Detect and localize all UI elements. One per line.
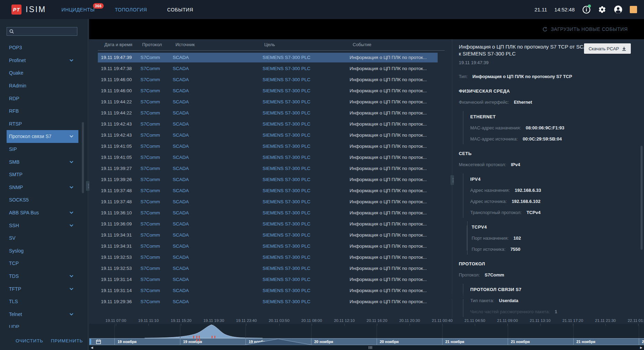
- table-row[interactable]: 19.11 19:39:26S7CommSCADASIEMENS S7-300 …: [89, 175, 451, 186]
- sidebar-item-rfb[interactable]: RFB: [7, 105, 78, 118]
- sidebar-item-snmp[interactable]: SNMP: [7, 181, 78, 194]
- sidebar-item-tcp[interactable]: TCP: [7, 257, 78, 270]
- col-header-protocol[interactable]: Протокол: [142, 42, 162, 47]
- timeline-tick-label: 20.11 03:50: [269, 318, 290, 323]
- sidebar-item-rtsp[interactable]: RTSP: [7, 118, 78, 130]
- sidebar-item-tls[interactable]: TLS: [7, 295, 78, 308]
- table-row[interactable]: 19.11 19:37:48S7CommSCADASIEMENS S7-300 …: [89, 197, 451, 208]
- col-header-target[interactable]: Цель: [264, 42, 275, 47]
- histogram-tick: [606, 324, 606, 326]
- sidebar-item-smtp[interactable]: SMTP: [7, 168, 78, 181]
- table-row[interactable]: 19.11 19:39:27S7CommSCADASIEMENS S7-300 …: [89, 164, 451, 175]
- app-tile-icon[interactable]: [630, 6, 637, 13]
- cell-datetime: 19.11 19:46:00: [101, 77, 132, 82]
- detail-scrollbar[interactable]: [641, 146, 643, 250]
- table-row[interactable]: 19.11 19:41:05S7CommSCADASIEMENS S7-300 …: [89, 142, 451, 153]
- table-row[interactable]: 19.11 19:31:14S7CommSCADASIEMENS S7-300 …: [89, 286, 451, 297]
- panel-resize-handle[interactable]: ⋮: [450, 175, 454, 185]
- table-row[interactable]: 19.11 19:42:43S7CommSCADASIEMENS S7-300 …: [89, 119, 451, 130]
- sidebar-item-socks5[interactable]: SOCKS5: [7, 194, 78, 206]
- search-input[interactable]: [16, 28, 73, 34]
- table-row[interactable]: 19.11 19:36:10S7CommSCADASIEMENS S7-300 …: [89, 208, 451, 219]
- table-row[interactable]: 19.11 19:44:22S7CommSCADASIEMENS S7-300 …: [89, 108, 451, 119]
- table-row[interactable]: 19.11 19:31:14S7CommSCADASIEMENS S7-300 …: [89, 275, 451, 286]
- col-header-event[interactable]: Событие: [353, 42, 371, 47]
- sidebar-item-smb[interactable]: SMB: [7, 155, 78, 168]
- horizontal-scrollbar[interactable]: ◀ ▶: [89, 345, 644, 350]
- tab-topology[interactable]: ТОПОЛОГИЯ: [115, 7, 147, 12]
- scroll-right-icon[interactable]: ▶: [638, 346, 644, 349]
- timeline-date-band[interactable]: 19 ноября19 ноября19 ноября20 ноября20 н…: [89, 338, 644, 345]
- sidebar-item-syslog[interactable]: Syslog: [7, 245, 78, 257]
- sidebar-item-sip[interactable]: SIP: [7, 143, 78, 156]
- table-row[interactable]: 19.11 19:36:09S7CommSCADASIEMENS S7-300 …: [89, 219, 451, 230]
- sidebar-item-udp[interactable]: UDP: [7, 321, 78, 328]
- col-header-datetime[interactable]: Дата и время: [104, 42, 132, 47]
- info-icon[interactable]: [582, 5, 591, 14]
- table-row[interactable]: 19.11 19:47:39S7CommSCADASIEMENS S7-300 …: [89, 53, 451, 64]
- sidebar-item-profinet[interactable]: Profinet: [7, 54, 78, 67]
- scrollbar-grip[interactable]: [369, 346, 372, 349]
- sidebar-item-telnet[interactable]: Telnet: [7, 308, 78, 321]
- sidebar-search[interactable]: [7, 27, 77, 36]
- sidebar-item-ssh[interactable]: SSH: [7, 219, 78, 232]
- cell-protocol: S7Comm: [140, 244, 160, 249]
- section-title: ПРОТОКОЛ: [459, 258, 636, 269]
- sidebar-item-abb-spa-bus[interactable]: ABB SPA Bus: [7, 206, 78, 219]
- sidebar-item-tds[interactable]: TDS: [7, 270, 78, 283]
- table-row[interactable]: 19.11 19:44:22S7CommSCADASIEMENS S7-300 …: [89, 97, 451, 108]
- sidebar-item-sv[interactable]: SV: [7, 232, 78, 245]
- sidebar-scrollbar[interactable]: [82, 122, 84, 193]
- sidebar-item-radmin[interactable]: RAdmin: [7, 79, 78, 92]
- scroll-left-icon[interactable]: ◀: [89, 346, 95, 349]
- pt-logo-icon[interactable]: PT: [11, 5, 22, 15]
- sidebar-item-tftp[interactable]: TFTP: [7, 282, 78, 295]
- toolbar-strip: ЗАГРУЗИТЬ НОВЫЕ СОБЫТИЯ: [89, 19, 644, 39]
- table-row[interactable]: 19.11 19:42:43S7CommSCADASIEMENS S7-300 …: [89, 130, 451, 142]
- table-row[interactable]: 19.11 19:32:53S7CommSCADASIEMENS S7-300 …: [89, 253, 451, 264]
- sidebar-item-label: Протокол связи S7: [9, 134, 51, 139]
- day-segment[interactable]: 21 ноября: [442, 339, 508, 345]
- load-new-events-button[interactable]: ЗАГРУЗИТЬ НОВЫЕ СОБЫТИЯ: [542, 19, 628, 39]
- table-row[interactable]: 19.11 19:29:36S7CommSCADASIEMENS S7-300 …: [89, 297, 451, 308]
- sidebar-item-pop3[interactable]: POP3: [7, 41, 78, 54]
- tab-incidents[interactable]: ИНЦИДЕНТЫ366: [61, 7, 95, 12]
- cell-source: SCADA: [173, 88, 189, 93]
- day-segment[interactable]: 21 ноября: [573, 339, 639, 345]
- cell-target: SIEMENS S7-300 PLC: [263, 99, 310, 104]
- day-segment[interactable]: 19 ноября: [114, 339, 180, 345]
- cell-protocol: S7Comm: [140, 144, 160, 149]
- chevron-down-icon: [69, 211, 74, 214]
- table-row[interactable]: 19.11 19:46:00S7CommSCADASIEMENS S7-300 …: [89, 75, 451, 86]
- table-row[interactable]: 19.11 19:32:53S7CommSCADASIEMENS S7-300 …: [89, 264, 451, 275]
- calendar-icon[interactable]: [96, 339, 101, 344]
- day-segment[interactable]: 2...: [639, 339, 644, 345]
- day-segment[interactable]: 20 ноября: [377, 339, 442, 345]
- table-row[interactable]: 19.11 19:41:05S7CommSCADASIEMENS S7-300 …: [89, 153, 451, 164]
- event-histogram[interactable]: [89, 324, 644, 338]
- day-segment[interactable]: 20 ноября: [311, 339, 377, 345]
- table-row[interactable]: 19.11 19:37:48S7CommSCADASIEMENS S7-300 …: [89, 186, 451, 197]
- sidebar-resize-handle[interactable]: ⋮: [86, 181, 89, 191]
- apply-filters-button[interactable]: ПРИМЕНИТЬ: [51, 338, 83, 343]
- table-row[interactable]: 19.11 19:34:31S7CommSCADASIEMENS S7-300 …: [89, 241, 451, 253]
- user-icon[interactable]: [614, 5, 622, 14]
- table-row[interactable]: 19.11 19:46:00S7CommSCADASIEMENS S7-300 …: [89, 86, 451, 97]
- tab-events[interactable]: СОБЫТИЯ: [167, 7, 193, 12]
- cell-target: SIEMENS S7-300 PLC: [263, 299, 310, 304]
- clear-filters-button[interactable]: ОЧИСТИТЬ: [16, 338, 43, 343]
- chevron-down-icon: [69, 186, 74, 189]
- field-value: 1: [555, 309, 557, 314]
- timeline-tick-label: 20.11 20:30: [399, 318, 420, 323]
- sidebar-item-rdp[interactable]: RDP: [7, 92, 78, 105]
- day-segment[interactable]: 19 ноября: [180, 339, 246, 345]
- gear-icon[interactable]: [598, 5, 607, 14]
- table-row[interactable]: 19.11 19:47:38S7CommSCADASIEMENS S7-300 …: [89, 64, 451, 75]
- sidebar-item-quake[interactable]: Quake: [7, 67, 78, 79]
- alert-tick: [199, 339, 200, 341]
- table-row[interactable]: 19.11 19:34:31S7CommSCADASIEMENS S7-300 …: [89, 230, 451, 241]
- download-pcap-button[interactable]: Скачать PCAP: [584, 43, 631, 54]
- day-segment[interactable]: 21 ноября: [508, 339, 573, 345]
- sidebar-item-протокол-связи-s7[interactable]: Протокол связи S7: [7, 130, 78, 143]
- col-header-source[interactable]: Источник: [175, 42, 195, 47]
